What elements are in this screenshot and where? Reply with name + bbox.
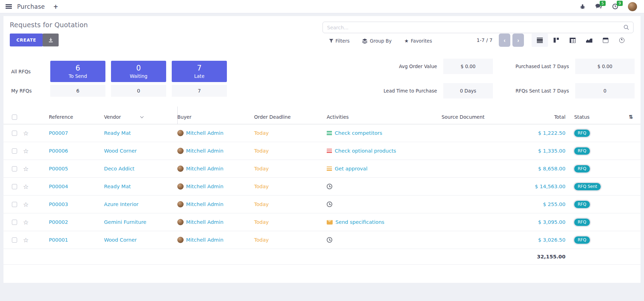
export-button[interactable] (43, 34, 59, 46)
table-row[interactable]: ☆ P00001 Wood Corner Mitchell Admin Toda… (3, 231, 641, 249)
header-reference[interactable]: Reference (38, 114, 104, 120)
activity-view-button[interactable] (614, 34, 630, 47)
tile-to-send[interactable]: 6 To Send (50, 61, 105, 82)
buyer-link[interactable]: Mitchell Admin (186, 201, 223, 207)
hamburger-menu-icon[interactable] (6, 4, 12, 9)
reference-link[interactable]: P00003 (49, 201, 68, 207)
vendor-link[interactable]: Gemini Furniture (104, 219, 146, 225)
reference-link[interactable]: P00007 (49, 130, 68, 136)
vendor-link[interactable]: Deco Addict (104, 166, 134, 171)
buyer-link[interactable]: Mitchell Admin (186, 237, 223, 243)
select-all-checkbox[interactable] (12, 115, 17, 120)
graph-view-button[interactable] (581, 34, 597, 47)
tile-waiting[interactable]: 0 Waiting (111, 61, 166, 82)
row-checkbox[interactable] (12, 220, 17, 225)
favorite-star-icon[interactable]: ☆ (23, 236, 29, 244)
buyer-link[interactable]: Mitchell Admin (186, 166, 223, 171)
kanban-view-button[interactable] (548, 34, 564, 47)
favorite-star-icon[interactable]: ☆ (23, 201, 29, 208)
order-deadline: Today (254, 237, 327, 243)
tile-late[interactable]: 7 Late (172, 61, 227, 82)
header-activities[interactable]: Activities (327, 114, 442, 120)
pager-next-button[interactable]: › (512, 34, 524, 47)
row-checkbox[interactable] (12, 131, 17, 136)
my-waiting-count[interactable]: 0 (111, 85, 166, 97)
calendar-view-button[interactable] (597, 34, 614, 47)
create-button[interactable]: CREATE (10, 34, 43, 46)
pivot-view-button[interactable] (564, 34, 581, 47)
reference-link[interactable]: P00006 (49, 148, 68, 154)
activity-icon[interactable] (327, 131, 332, 135)
favorite-star-icon[interactable]: ☆ (23, 183, 29, 190)
favorite-star-icon[interactable]: ☆ (23, 130, 29, 137)
buyer-link[interactable]: Mitchell Admin (186, 148, 223, 154)
favorite-star-icon[interactable]: ☆ (23, 165, 29, 172)
activity-icon[interactable] (327, 201, 332, 207)
header-source-document[interactable]: Source Document (442, 114, 527, 120)
group-by-menu[interactable]: Group By (362, 38, 392, 44)
reference-link[interactable]: P00002 (49, 219, 68, 225)
optional-columns-icon[interactable]: ⇅ (629, 114, 633, 120)
row-checkbox[interactable] (12, 184, 17, 189)
activity-link[interactable]: Get approval (335, 166, 368, 171)
row-checkbox[interactable] (12, 148, 17, 154)
vendor-link[interactable]: Wood Corner (104, 148, 137, 154)
header-order-deadline[interactable]: Order Deadline (254, 114, 327, 120)
table-row[interactable]: ☆ P00005 Deco Addict Mitchell Admin Toda… (3, 160, 641, 178)
activity-icon[interactable] (327, 167, 332, 171)
app-menu-title[interactable]: Purchase (17, 3, 45, 10)
search-input[interactable] (323, 22, 623, 33)
buyer-link[interactable]: Mitchell Admin (186, 219, 223, 225)
favorite-star-icon[interactable]: ☆ (23, 219, 29, 226)
header-buyer[interactable]: Buyer (177, 114, 254, 120)
filters-menu[interactable]: Filters (329, 38, 349, 44)
vendor-link[interactable]: Wood Corner (104, 237, 137, 243)
table-row[interactable]: ☆ P00003 Azure Interior Mitchell Admin T… (3, 196, 641, 213)
buyer-link[interactable]: Mitchell Admin (186, 130, 223, 136)
my-to-send-count[interactable]: 6 (50, 85, 105, 97)
activity-link[interactable]: Send specifications (335, 219, 384, 225)
header-total[interactable]: Total (527, 114, 566, 120)
new-tab-button[interactable]: + (53, 3, 58, 10)
favorite-star-icon[interactable]: ☆ (23, 147, 29, 155)
pager-previous-button[interactable]: ‹ (499, 34, 510, 47)
group-by-label: Group By (370, 38, 392, 44)
activity-link[interactable]: Check optional products (335, 148, 396, 154)
my-late-count[interactable]: 7 (172, 85, 227, 97)
late-label: Late (194, 73, 204, 79)
reference-link[interactable]: P00005 (49, 166, 68, 171)
header-status[interactable]: Status (566, 114, 621, 120)
search-icon[interactable] (623, 24, 629, 30)
activity-icon[interactable] (327, 149, 332, 153)
header-vendor[interactable]: Vendor (104, 114, 177, 120)
activities-button[interactable]: 9 (612, 3, 618, 9)
table-row[interactable]: ☆ P00007 Ready Mat Mitchell Admin Today … (3, 124, 641, 142)
user-avatar[interactable] (628, 2, 637, 11)
vendor-link[interactable]: Azure Interior (104, 201, 139, 207)
activity-link[interactable]: Check competitors (335, 130, 382, 136)
vendor-link[interactable]: Ready Mat (104, 184, 131, 189)
order-deadline: Today (254, 130, 327, 136)
table-row[interactable]: ☆ P00004 Ready Mat Mitchell Admin Today … (3, 178, 641, 196)
column-resize-handle[interactable] (177, 107, 178, 124)
table-row[interactable]: ☆ P00006 Wood Corner Mitchell Admin Toda… (3, 142, 641, 160)
reference-link[interactable]: P00001 (49, 237, 68, 243)
list-view-button[interactable] (532, 34, 548, 47)
status-badge: RFQ Sent (574, 183, 601, 190)
reference-link[interactable]: P00004 (49, 184, 68, 189)
buyer-link[interactable]: Mitchell Admin (186, 184, 223, 189)
activity-icon[interactable] (327, 220, 333, 225)
lead-time-label: Lead Time to Purchase (332, 88, 437, 94)
messages-button[interactable]: 5 (595, 3, 602, 9)
total-amount: $ 3,095.00 (527, 219, 566, 225)
activity-icon[interactable] (327, 237, 332, 243)
vendor-link[interactable]: Ready Mat (104, 130, 131, 136)
row-checkbox[interactable] (12, 202, 17, 207)
debug-bug-icon[interactable] (580, 4, 585, 9)
favorites-menu[interactable]: ★ Favorites (404, 38, 432, 44)
row-checkbox[interactable] (12, 166, 17, 171)
table-row[interactable]: ☆ P00002 Gemini Furniture Mitchell Admin… (3, 213, 641, 231)
messages-count-badge: 5 (600, 1, 606, 6)
activity-icon[interactable] (327, 184, 332, 189)
row-checkbox[interactable] (12, 237, 17, 243)
